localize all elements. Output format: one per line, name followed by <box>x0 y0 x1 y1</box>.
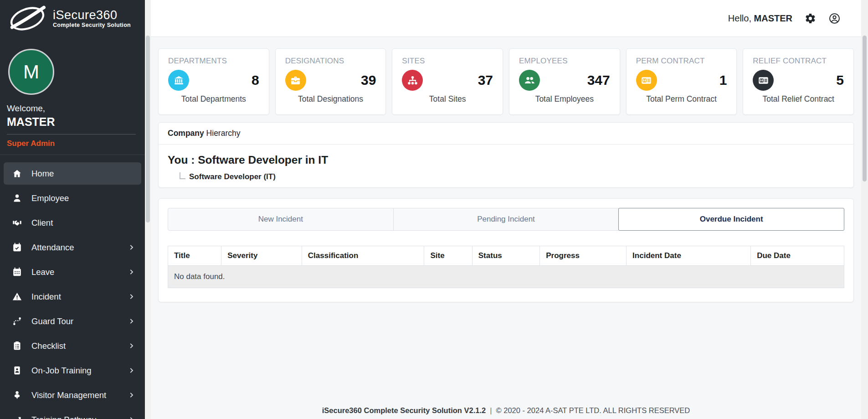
visitor-pin-icon <box>12 390 22 400</box>
sidebar-item-label: Guard Tour <box>31 316 73 326</box>
incident-tabs: New IncidentPending IncidentOverdue Inci… <box>168 208 844 231</box>
sidebar-item-checklist[interactable]: Checklist <box>4 335 141 357</box>
sidebar-item-label: Client <box>31 218 53 228</box>
warning-triangle-icon <box>12 292 22 302</box>
sidebar: iSecure360 Complete Security Solution M … <box>0 0 145 419</box>
user-role-badge: Super Admin <box>7 139 145 148</box>
column-header-incident-date: Incident Date <box>627 246 751 266</box>
bank-icon <box>168 70 189 91</box>
line-chart-icon <box>12 415 22 419</box>
sidebar-item-visitor-management[interactable]: Visitor Management <box>4 384 141 406</box>
column-header-title: Title <box>168 246 221 266</box>
brand-tagline: Complete Security Solution <box>53 22 131 28</box>
hierarchy-node-label: Software Developer (IT) <box>189 172 276 181</box>
settings-gear-icon[interactable] <box>805 12 817 24</box>
chevron-right-icon <box>128 416 135 419</box>
stat-caption: Total Departments <box>168 94 259 104</box>
stats-row: DEPARTMENTS8Total DepartmentsDESIGNATION… <box>158 48 854 115</box>
main-area: Hello, MASTER DEPARTMENTS8Total Departme… <box>151 0 868 419</box>
stat-value: 39 <box>361 72 376 88</box>
greeting-username: MASTER <box>754 13 792 23</box>
content: DEPARTMENTS8Total DepartmentsDESIGNATION… <box>151 37 868 419</box>
chevron-right-icon <box>128 293 135 300</box>
stat-value: 1 <box>719 72 727 88</box>
column-header-site: Site <box>424 246 472 266</box>
calendar-icon <box>12 267 22 277</box>
stat-caption: Total Perm Contract <box>636 94 727 104</box>
employee-person-icon <box>12 193 22 203</box>
stat-card-sites: SITES37Total Sites <box>392 48 503 115</box>
id-card-icon <box>636 70 657 91</box>
sidebar-item-label: Home <box>31 169 54 179</box>
sidebar-item-leave[interactable]: Leave <box>4 261 141 283</box>
greeting-hello: Hello, <box>728 13 751 23</box>
tab-pending-incident[interactable]: Pending Incident <box>393 208 619 231</box>
column-header-progress: Progress <box>540 246 627 266</box>
topbar: Hello, MASTER <box>151 0 868 37</box>
sidebar-item-incident[interactable]: Incident <box>4 285 141 308</box>
hierarchy-tree-node: Software Developer (IT) <box>180 170 844 179</box>
footer-copyright: © 2020 - 2024 A-SAT PTE LTD. ALL RIGHTS … <box>496 406 690 414</box>
company-hierarchy-header: Company Hierarchy <box>159 123 853 145</box>
calendar-check-icon <box>12 243 22 253</box>
no-data-message: No data found. <box>168 266 844 288</box>
sidebar-item-attendance[interactable]: Attendance <box>4 236 141 259</box>
stat-card-perm-contract: PERM CONTRACT1Total Perm Contract <box>626 48 737 115</box>
stat-value: 37 <box>478 72 493 88</box>
sidebar-scrollbar-thumb[interactable] <box>146 36 150 222</box>
tab-new-incident[interactable]: New Incident <box>168 208 394 231</box>
stat-caption: Total Designations <box>285 94 376 104</box>
stat-card-employees: EMPLOYEES347Total Employees <box>509 48 620 115</box>
stat-title: SITES <box>402 57 493 66</box>
page-scrollbar-thumb[interactable] <box>863 36 867 181</box>
column-header-status: Status <box>472 246 539 266</box>
sidebar-item-client[interactable]: Client <box>4 212 141 234</box>
stat-value: 347 <box>587 72 610 88</box>
sidebar-item-label: Visitor Management <box>31 390 106 400</box>
stat-title: EMPLOYEES <box>519 57 610 66</box>
sidebar-item-employee[interactable]: Employee <box>4 187 141 209</box>
tree-elbow-connector <box>180 172 185 179</box>
avatar-letter: M <box>23 61 39 83</box>
people-icon <box>519 70 540 91</box>
brand[interactable]: iSecure360 Complete Security Solution <box>0 0 145 37</box>
page-scrollbar[interactable] <box>861 0 868 419</box>
company-hierarchy-header-rest: Hierarchy <box>206 129 241 138</box>
company-hierarchy-card: Company Hierarchy You : Software Develop… <box>158 122 854 188</box>
stat-title: DESIGNATIONS <box>285 57 376 66</box>
company-hierarchy-header-bold: Company <box>168 129 204 138</box>
sidebar-item-label: Training Pathway <box>31 415 96 419</box>
sidebar-item-label: Incident <box>31 292 61 302</box>
greeting: Hello, MASTER <box>728 13 792 24</box>
stat-title: RELIEF CONTRACT <box>753 57 844 66</box>
stat-card-departments: DEPARTMENTS8Total Departments <box>158 48 269 115</box>
sitemap-icon <box>402 70 423 91</box>
chevron-right-icon <box>128 342 135 349</box>
brand-logo-icon <box>5 4 50 33</box>
incident-table: TitleSeverityClassificationSiteStatusPro… <box>168 246 844 288</box>
incident-card: New IncidentPending IncidentOverdue Inci… <box>158 198 854 302</box>
chevron-right-icon <box>128 367 135 374</box>
chevron-right-icon <box>128 318 135 325</box>
user-account-icon[interactable] <box>829 12 841 24</box>
id-badge-icon <box>12 366 22 376</box>
welcome-text: Welcome, <box>7 103 145 114</box>
clipboard-icon <box>12 341 22 351</box>
stat-card-relief-contract: RELIEF CONTRACT5Total Relief Contract <box>743 48 854 115</box>
sidebar-item-on-job-training[interactable]: On-Job Training <box>4 359 141 382</box>
sidebar-username: MASTER <box>7 115 145 129</box>
footer-version: iSecure360 Complete Security Solution V2… <box>322 406 486 414</box>
chevron-right-icon <box>128 392 135 398</box>
tab-overdue-incident[interactable]: Overdue Incident <box>618 208 844 231</box>
column-header-due-date: Due Date <box>751 246 844 266</box>
route-icon <box>12 316 22 326</box>
brand-name: iSecure360 <box>53 9 131 21</box>
stat-title: PERM CONTRACT <box>636 57 727 66</box>
sidebar-scrollbar[interactable] <box>145 0 151 419</box>
footer: iSecure360 Complete Security Solution V2… <box>158 403 854 419</box>
sidebar-item-guard-tour[interactable]: Guard Tour <box>4 310 141 332</box>
avatar: M <box>8 49 54 95</box>
sidebar-menu: HomeEmployeeClientAttendanceLeaveInciden… <box>0 155 145 419</box>
sidebar-item-home[interactable]: Home <box>4 162 141 185</box>
sidebar-item-training-pathway[interactable]: Training Pathway <box>4 409 141 419</box>
